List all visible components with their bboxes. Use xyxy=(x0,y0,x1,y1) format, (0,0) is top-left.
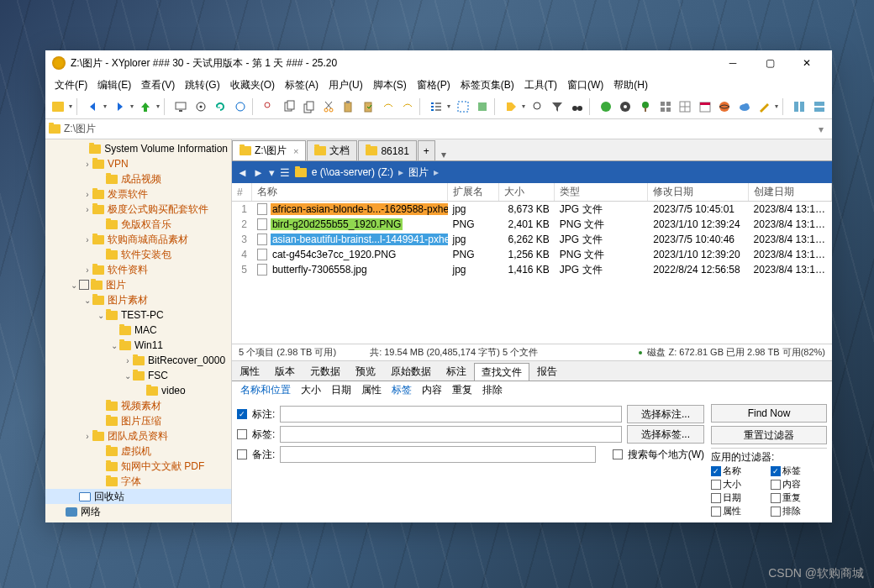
tree-item[interactable]: 软件安装包 xyxy=(45,247,231,262)
disc-icon[interactable] xyxy=(616,97,635,117)
copy-icon[interactable] xyxy=(279,97,298,117)
tree-item[interactable]: ›团队成员资料 xyxy=(45,428,231,444)
menu-item[interactable]: 编辑(E) xyxy=(93,76,135,94)
select-label-button[interactable]: 选择标签... xyxy=(627,425,704,444)
menu-item[interactable]: 工具(T) xyxy=(520,76,561,94)
sub-tab[interactable]: 大小 xyxy=(296,381,326,399)
paste2-icon[interactable] xyxy=(359,97,378,117)
info-tab[interactable]: 属性 xyxy=(232,362,267,381)
tree-item[interactable]: 网络 xyxy=(45,504,231,519)
info-tab[interactable]: 查找文件 xyxy=(474,363,529,381)
tree-item[interactable]: ⌄TEST-PC xyxy=(45,307,231,323)
tree-item[interactable]: MAC xyxy=(45,323,231,338)
tag-input[interactable] xyxy=(280,406,622,423)
up-button[interactable] xyxy=(136,97,155,117)
tree-item[interactable]: ›VPN xyxy=(45,156,231,171)
pin-icon[interactable] xyxy=(473,97,492,117)
target-icon[interactable] xyxy=(192,97,211,117)
col-idx[interactable]: # xyxy=(232,183,252,201)
grid-icon[interactable] xyxy=(656,97,675,117)
col-create[interactable]: 创建日期 xyxy=(749,183,832,201)
file-row[interactable]: 1african-asian-blonde-b...-1629588-pxher… xyxy=(232,202,832,217)
menu-item[interactable]: 脚本(S) xyxy=(369,76,411,94)
column-headers[interactable]: # 名称 扩展名 大小 类型 修改日期 创建日期 xyxy=(232,183,832,202)
tree-item[interactable]: 回收站 xyxy=(45,489,231,504)
close-button[interactable]: ✕ xyxy=(788,51,825,75)
tree-item[interactable]: ⌄图片 xyxy=(45,277,231,292)
layout-icon[interactable] xyxy=(810,97,829,117)
file-row[interactable]: 2bird-g20d255b55_1920.PNGPNG2,401 KBPNG … xyxy=(232,217,832,232)
menu-item[interactable]: 跳转(G) xyxy=(181,76,224,94)
brush-icon[interactable] xyxy=(755,97,774,117)
cut-icon[interactable] xyxy=(319,97,339,117)
reset-filters-button[interactable]: 重置过滤器 xyxy=(711,426,827,444)
menu-item[interactable]: 用户(U) xyxy=(324,76,367,94)
select-icon[interactable] xyxy=(453,97,472,117)
menu-item[interactable]: 收藏夹(O) xyxy=(226,76,279,94)
tree-green-icon[interactable] xyxy=(636,97,656,117)
tree-icon[interactable] xyxy=(49,97,68,117)
tree-item[interactable]: 虚拟机 xyxy=(45,444,231,459)
tree-item[interactable]: ›极度公式购买配套软件 xyxy=(45,202,231,217)
cloud-icon[interactable] xyxy=(735,97,755,117)
menu-item[interactable]: 文件(F) xyxy=(50,76,92,94)
bc-folder[interactable]: 图片 xyxy=(408,165,429,180)
green-circle-icon[interactable] xyxy=(597,97,616,117)
tree-item[interactable]: 图片压缩 xyxy=(45,413,231,428)
redo-arrow-icon[interactable] xyxy=(398,97,418,117)
panes-icon[interactable] xyxy=(790,97,809,117)
tree-item[interactable]: ›BitRecover_0000 xyxy=(45,353,231,368)
forward-button[interactable] xyxy=(110,97,129,117)
tab[interactable]: 文档 xyxy=(307,140,357,160)
tree-item[interactable]: video xyxy=(45,383,231,398)
maximize-button[interactable]: ▢ xyxy=(751,51,788,75)
sub-tab[interactable]: 标签 xyxy=(387,381,417,399)
col-type[interactable]: 类型 xyxy=(555,183,648,201)
tree-item[interactable]: 知网中文文献 PDF xyxy=(45,459,231,474)
col-mod[interactable]: 修改日期 xyxy=(648,183,748,201)
addressbar[interactable]: Z:\图片 ▾ xyxy=(45,119,832,139)
note-input[interactable] xyxy=(280,446,595,463)
tag-checkbox[interactable]: ✓ xyxy=(237,409,247,419)
info-tab[interactable]: 报告 xyxy=(529,362,565,381)
tree-item[interactable]: 视频素材 xyxy=(45,398,231,413)
tree-item[interactable]: 成品视频 xyxy=(45,171,231,186)
tab[interactable]: Z:\图片× xyxy=(232,140,306,160)
minimize-button[interactable]: ─ xyxy=(714,51,751,75)
calendar-icon[interactable] xyxy=(695,97,714,117)
list-icon[interactable] xyxy=(427,97,446,117)
sub-tab[interactable]: 日期 xyxy=(326,381,356,399)
new-tab-button[interactable]: + xyxy=(418,140,435,160)
menu-item[interactable]: 窗口(W) xyxy=(563,76,608,94)
label-checkbox[interactable] xyxy=(237,429,247,439)
info-tab[interactable]: 版本 xyxy=(267,362,303,381)
col-ext[interactable]: 扩展名 xyxy=(448,183,500,201)
bc-drive[interactable]: e (\\oa-server) (Z:) xyxy=(312,166,393,178)
breadcrumb[interactable]: ◄ ► ▾ ☰ e (\\oa-server) (Z:) ▸ 图片 ▸ xyxy=(232,161,832,183)
col-name[interactable]: 名称 xyxy=(252,183,448,201)
sub-tab[interactable]: 排除 xyxy=(477,381,508,399)
ball-icon[interactable] xyxy=(715,97,734,117)
tab[interactable]: 86181 xyxy=(358,140,416,160)
info-tab[interactable]: 原始数据 xyxy=(383,362,439,381)
tree-item[interactable]: ›软件资料 xyxy=(45,262,231,277)
tree-item[interactable]: ›软购商城商品素材 xyxy=(45,232,231,247)
tree-item[interactable]: ⌄图片素材 xyxy=(45,292,231,307)
col-size[interactable]: 大小 xyxy=(499,183,555,201)
binoculars-icon[interactable] xyxy=(567,97,587,117)
info-tab[interactable]: 预览 xyxy=(348,362,383,381)
file-row[interactable]: 5butterfly-7306558.jpgjpg1,416 KBJPG 文件2… xyxy=(232,262,832,277)
grid2-icon[interactable] xyxy=(676,97,695,117)
menu-item[interactable]: 标签页集(B) xyxy=(456,76,519,94)
file-row[interactable]: 4cat-g454c3e7cc_1920.PNGPNG1,256 KBPNG 文… xyxy=(232,247,832,262)
sub-tab[interactable]: 重复 xyxy=(447,381,477,399)
undo-icon[interactable] xyxy=(231,97,250,117)
bc-up-icon[interactable]: ☰ xyxy=(280,166,290,179)
tree-item[interactable]: ⌄Win11 xyxy=(45,338,231,353)
search-icon[interactable] xyxy=(528,97,547,117)
tree-item[interactable]: ›发票软件 xyxy=(45,186,231,202)
info-tab[interactable]: 元数据 xyxy=(303,362,348,381)
tree-item[interactable]: 免版权音乐 xyxy=(45,217,231,232)
tag-icon[interactable] xyxy=(502,97,521,117)
tree-item[interactable]: System Volume Information xyxy=(45,141,231,156)
